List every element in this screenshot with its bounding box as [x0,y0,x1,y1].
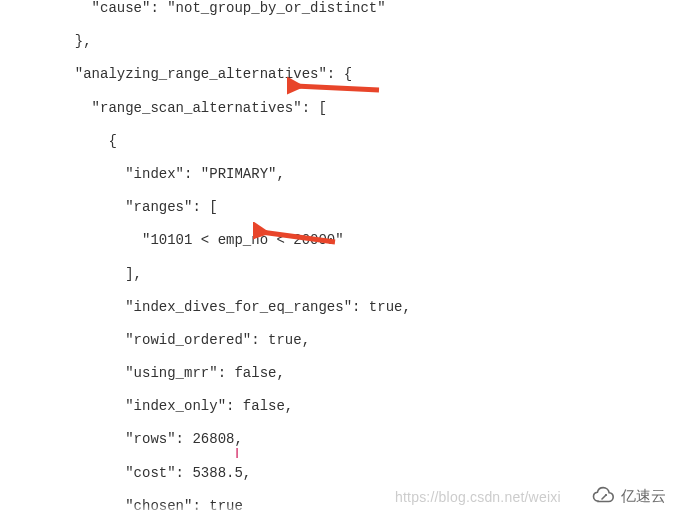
code-line: "cost": 5388.5, [58,465,676,482]
code-line: "10101 < emp_no < 20000" [58,232,676,249]
code-line: "analyzing_range_alternatives": { [58,66,676,83]
json-code-block: "cause": "not_group_by_or_distinct" }, "… [0,0,676,516]
code-line: "rowid_ordered": true, [58,332,676,349]
watermark-brand: 亿速云 [591,486,666,506]
code-line: "range_scan_alternatives": [ [58,100,676,117]
code-line: { [58,133,676,150]
watermark-url: https://blog.csdn.net/weixi [395,489,561,506]
code-line: "cause": "not_group_by_or_distinct" [58,0,676,17]
cloud-icon [591,486,617,506]
code-line: "rows": 26808, [58,431,676,448]
code-line: "index": "PRIMARY", [58,166,676,183]
code-line: "ranges": [ [58,199,676,216]
code-line: "chosen": true [58,498,676,515]
text-cursor-icon: I [235,445,239,462]
code-line: "index_dives_for_eq_ranges": true, [58,299,676,316]
code-line: }, [58,33,676,50]
code-line: ], [58,266,676,283]
code-line: "index_only": false, [58,398,676,415]
watermark-brand-text: 亿速云 [621,488,666,505]
code-line: "using_mrr": false, [58,365,676,382]
